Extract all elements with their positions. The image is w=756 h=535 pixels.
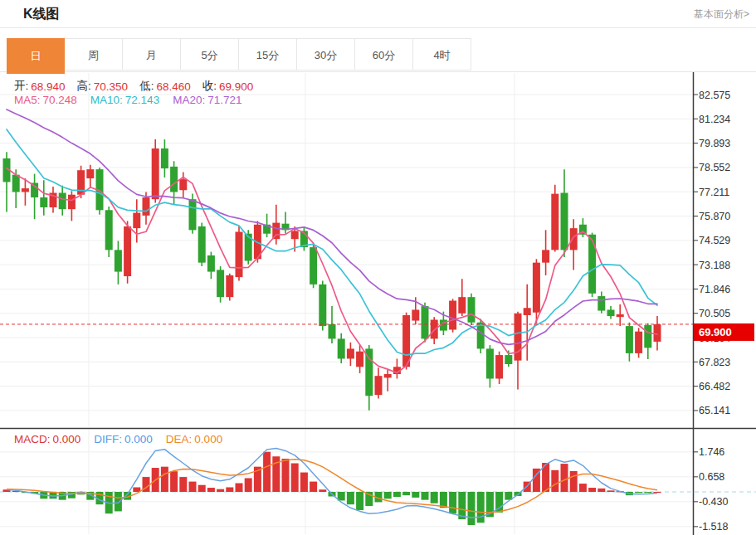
macd-bar-up: [179, 477, 187, 492]
candle-down: [422, 306, 429, 338]
macd-bar-up: [170, 471, 178, 492]
macd-bar-up: [310, 482, 317, 492]
macd-bar-up: [161, 467, 168, 492]
candle-down: [105, 210, 113, 250]
tab-30分[interactable]: 30分: [297, 38, 355, 71]
candle-up: [68, 195, 76, 209]
candle-up: [375, 376, 383, 395]
candle-up: [384, 374, 392, 377]
dea-line: [7, 460, 657, 513]
macd-tick-label: -1.518: [699, 521, 728, 533]
candle-down: [319, 285, 326, 326]
macd-bar-up: [198, 485, 206, 492]
candle-down: [561, 193, 568, 250]
price-tick-label: 75.870: [699, 211, 730, 222]
price-tick-label: 67.823: [699, 357, 730, 368]
macd-bar-down: [422, 492, 429, 500]
page-title: K线图: [23, 6, 60, 23]
candle-up: [495, 355, 503, 378]
candle-up: [570, 228, 578, 250]
dea-value: DEA:0.000: [166, 433, 222, 445]
candle-up: [617, 314, 624, 317]
candle-up: [402, 315, 410, 367]
macd-bar-up: [588, 488, 596, 492]
macd-bar-down: [115, 492, 122, 511]
candle-up: [347, 348, 354, 358]
macd-bar-down: [477, 492, 485, 523]
candle-up: [515, 314, 522, 361]
current-price-badge-text: 69.900: [699, 326, 732, 338]
price-tick-label: 65.141: [699, 405, 730, 416]
candle-up: [412, 309, 419, 320]
candle-up: [143, 197, 150, 216]
price-tick-label: 81.234: [699, 114, 730, 125]
macd-bar-up: [291, 464, 299, 492]
candle-up: [226, 275, 233, 297]
macd-bar-up: [551, 470, 558, 492]
macd-bar-up: [570, 471, 578, 492]
ohlc-low: 低:68.460: [139, 79, 191, 94]
candle-down: [607, 309, 615, 316]
macd-bar-down: [347, 492, 354, 504]
macd-bar-down: [449, 492, 456, 513]
ma20-value: MA20:71.721: [173, 94, 241, 106]
topbar: K线图 基本面分析>: [0, 0, 756, 27]
candle-up: [179, 179, 187, 190]
tab-4时[interactable]: 4时: [413, 38, 471, 71]
candle-down: [59, 193, 66, 210]
candle-up: [124, 226, 131, 276]
ohlc-open: 开:68.940: [14, 79, 66, 94]
candle-up: [133, 213, 140, 229]
macd-value: MACD:0.000: [14, 433, 80, 445]
candle-up: [654, 324, 661, 342]
price-tick-label: 71.846: [699, 284, 730, 295]
diff-line: [7, 449, 657, 518]
candle-down: [338, 338, 345, 358]
macd-bar-up: [207, 488, 215, 492]
macd-bar-down: [393, 492, 401, 497]
fundamental-analysis-link[interactable]: 基本面分析>: [694, 7, 749, 22]
macd-tick-label: 1.746: [699, 446, 724, 458]
ohlc-close: 收:69.900: [202, 79, 254, 94]
candle-up: [152, 148, 159, 199]
candle-up: [356, 352, 363, 367]
title-divider: [0, 27, 756, 28]
macd-bar-down: [440, 492, 447, 508]
candle-down: [505, 355, 512, 364]
tab-月[interactable]: 月: [123, 38, 181, 71]
period-tabbar: 日周月5分15分30分60分4时: [7, 38, 471, 74]
tab-15分[interactable]: 15分: [239, 38, 297, 71]
macd-bar-down: [635, 492, 642, 493]
macd-bar-up: [300, 473, 308, 492]
tab-60分[interactable]: 60分: [355, 38, 413, 71]
candle-up: [524, 308, 531, 315]
macd-tick-label: -0.430: [699, 496, 728, 508]
candle-down: [40, 197, 47, 207]
candle-down: [115, 250, 122, 271]
diff-value: DIFF:0.000: [94, 433, 153, 445]
macd-bar-up: [189, 482, 197, 492]
tab-日[interactable]: 日: [7, 38, 65, 74]
macd-bar-up: [607, 490, 615, 492]
macd-bar-down: [412, 492, 419, 498]
ohlc-legend: 开:68.940 高:70.350 低:68.460 收:69.900: [14, 79, 253, 94]
macd-tick-label: 0.658: [699, 471, 724, 483]
candle-up: [458, 297, 466, 314]
ma5-value: MA5:70.248: [14, 94, 77, 106]
candle-down: [189, 199, 197, 230]
macd-bar-down: [356, 492, 363, 510]
candle-down: [207, 255, 215, 272]
candle-up: [635, 332, 642, 353]
price-tick-label: 79.893: [699, 138, 730, 149]
tab-周[interactable]: 周: [65, 38, 123, 71]
ohlc-high: 高:70.350: [77, 79, 129, 94]
candle-up: [291, 231, 299, 239]
macd-bar-up: [236, 484, 243, 492]
tab-5分[interactable]: 5分: [181, 38, 239, 71]
macd-bar-up: [579, 484, 587, 492]
macd-bar-up: [263, 452, 271, 492]
price-tick-label: 82.575: [699, 90, 730, 101]
macd-bar-up: [245, 478, 252, 492]
ma-legend: MA5:70.248 MA10:72.143 MA20:71.721: [14, 94, 241, 106]
macd-bar-up: [597, 489, 605, 492]
